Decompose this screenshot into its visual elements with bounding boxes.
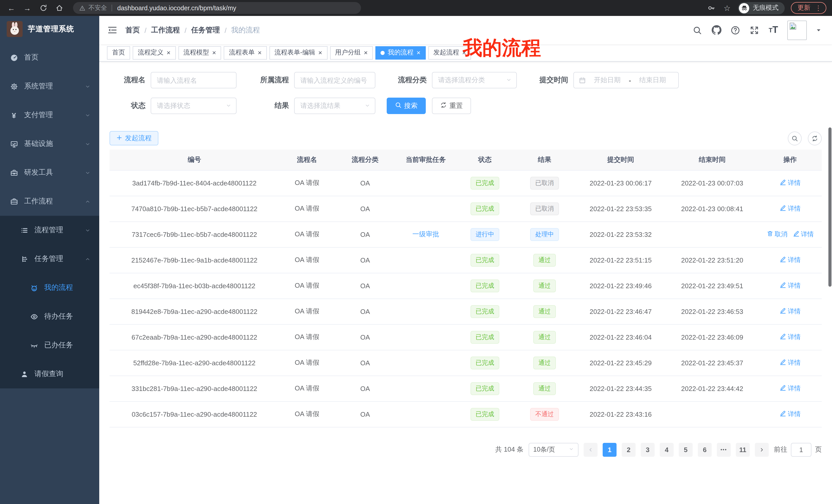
detail-link[interactable]: 详情 — [780, 281, 801, 290]
sidebar-item-task-management[interactable]: 任务管理 — [0, 245, 99, 273]
tab-user-group[interactable]: 用户分组× — [330, 46, 373, 59]
key-icon[interactable] — [706, 3, 716, 12]
browser-menu-icon[interactable]: ⋮ — [815, 4, 822, 12]
prev-page-button[interactable] — [583, 443, 598, 456]
sidebar-item-system-management[interactable]: 系统管理 — [0, 72, 99, 101]
cell-actions: 详情 — [758, 401, 822, 427]
bookmark-star-icon[interactable]: ☆ — [723, 3, 732, 12]
next-page-button[interactable] — [755, 443, 769, 456]
page-button-1[interactable]: 1 — [603, 443, 617, 456]
process-definition-input[interactable] — [294, 72, 375, 88]
breadcrumb-item[interactable]: 工作流程 — [151, 25, 180, 35]
sidebar-item-process-management[interactable]: 流程管理 — [0, 216, 99, 245]
sidebar-item-dev-tools[interactable]: 研发工具 — [0, 158, 99, 187]
tab-process-form[interactable]: 流程表单× — [224, 46, 267, 59]
address-bar[interactable]: 不安全 dashboard.yudao.iocoder.cn/bpm/task/… — [73, 2, 361, 14]
detail-link[interactable]: 详情 — [793, 230, 814, 239]
process-category-label: 流程分类 — [387, 76, 427, 85]
submit-time-range[interactable]: 开始日期 - 结束日期 — [573, 72, 679, 88]
result-select[interactable]: 请选择流结果 — [294, 97, 375, 114]
chevron-down-icon[interactable] — [815, 27, 822, 33]
page-button-3[interactable]: 3 — [641, 443, 655, 456]
help-icon[interactable] — [730, 25, 740, 35]
forward-icon[interactable]: → — [23, 3, 32, 12]
avatar[interactable] — [787, 20, 807, 40]
detail-link[interactable]: 详情 — [780, 410, 801, 418]
breadcrumb-separator: / — [145, 26, 147, 34]
home-icon[interactable] — [54, 3, 64, 12]
close-tab-icon[interactable]: × — [166, 49, 171, 56]
status-badge: 已完成 — [470, 356, 499, 369]
sidebar-item-todo-tasks[interactable]: 待办任务 — [0, 302, 99, 331]
search-icon[interactable] — [692, 25, 702, 35]
sidebar-item-workflow[interactable]: 工作流程 — [0, 187, 99, 216]
sidebar-item-home[interactable]: 首页 — [0, 43, 99, 72]
process-name-label: 流程名 — [109, 76, 146, 85]
breadcrumb-item[interactable]: 任务管理 — [191, 25, 220, 35]
refresh-table-button[interactable] — [808, 131, 822, 145]
logo[interactable]: 芋道管理系统 — [0, 16, 99, 41]
current-task-link[interactable]: 一级审批 — [412, 230, 439, 238]
sidebar-menu: 首页系统管理¥支付管理基础设施研发工具工作流程流程管理任务管理我的流程待办任务已… — [0, 41, 99, 388]
broken-image-icon — [789, 22, 797, 32]
process-name-input[interactable] — [151, 72, 237, 88]
search-button[interactable]: 搜索 — [387, 97, 426, 114]
cancel-link[interactable]: 取消 — [766, 230, 787, 239]
page-button-2[interactable]: 2 — [622, 443, 635, 456]
page-button-6[interactable]: 6 — [698, 443, 712, 456]
end-date-placeholder: 结束日期 — [632, 76, 673, 85]
page-button-4[interactable]: 4 — [660, 443, 674, 456]
page-button-5[interactable]: 5 — [679, 443, 693, 456]
category-select[interactable]: 请选择流程分类 — [432, 72, 517, 88]
reset-button[interactable]: 重置 — [432, 97, 471, 114]
sidebar-item-leave-query[interactable]: 请假查询 — [0, 360, 99, 388]
update-button[interactable]: 更新 ⋮ — [791, 2, 826, 14]
detail-link[interactable]: 详情 — [780, 307, 801, 316]
tab-home[interactable]: 首页 — [107, 46, 130, 59]
sidebar-item-payment-management[interactable]: ¥支付管理 — [0, 101, 99, 130]
result-badge: 已取消 — [530, 202, 559, 215]
github-icon[interactable] — [711, 25, 722, 35]
detail-link[interactable]: 详情 — [780, 178, 801, 187]
incognito-label: 无痕模式 — [753, 4, 779, 12]
back-icon[interactable]: ← — [7, 3, 16, 12]
hamburger-icon[interactable] — [107, 25, 117, 35]
reload-icon[interactable] — [38, 3, 48, 12]
table-row: 819442e8-7b9a-11ec-a290-acde48001122OA 请… — [109, 299, 822, 324]
font-size-icon[interactable]: TT — [768, 25, 779, 35]
detail-link[interactable]: 详情 — [780, 256, 801, 264]
cell-id: 2152467e-7b9b-11ec-9a1b-acde48001122 — [109, 247, 279, 273]
close-tab-icon[interactable]: × — [212, 49, 216, 56]
tab-process-form-edit[interactable]: 流程表单-编辑× — [269, 46, 328, 59]
start-process-button[interactable]: 发起流程 — [109, 131, 158, 145]
status-select[interactable]: 请选择状态 — [151, 97, 237, 114]
close-tab-icon[interactable]: × — [417, 49, 420, 56]
close-tab-icon[interactable]: × — [258, 49, 261, 56]
scrollbar-thumb[interactable] — [828, 128, 831, 287]
tab-process-definition[interactable]: 流程定义× — [133, 46, 176, 59]
close-tab-icon[interactable]: × — [318, 49, 322, 56]
eye-closed-icon — [30, 341, 38, 349]
sidebar-item-label: 研发工具 — [24, 168, 53, 177]
page-size-value: 10条/页 — [533, 445, 555, 454]
pages-ellipsis[interactable]: ••• — [717, 443, 731, 456]
detail-link[interactable]: 详情 — [780, 384, 801, 393]
page-size-select[interactable]: 10条/页 — [529, 443, 578, 456]
fullscreen-icon[interactable] — [749, 25, 759, 35]
sidebar-item-done-tasks[interactable]: 已办任务 — [0, 331, 99, 360]
sidebar-item-my-process[interactable]: 我的流程 — [0, 273, 99, 302]
detail-link[interactable]: 详情 — [780, 358, 801, 367]
show-search-button[interactable] — [788, 131, 802, 145]
detail-link[interactable]: 详情 — [780, 204, 801, 213]
tab-label: 发起流程 — [433, 48, 459, 57]
goto-page-input[interactable] — [791, 443, 811, 456]
breadcrumb-item[interactable]: 首页 — [126, 25, 140, 35]
tab-my-process[interactable]: 我的流程× — [375, 46, 425, 59]
page-button-11[interactable]: 11 — [736, 443, 750, 456]
security-label: 不安全 — [88, 4, 107, 12]
tab-process-model[interactable]: 流程模型× — [178, 46, 221, 59]
detail-link[interactable]: 详情 — [780, 333, 801, 341]
list-icon — [20, 226, 28, 234]
close-tab-icon[interactable]: × — [364, 49, 368, 56]
sidebar-item-infrastructure[interactable]: 基础设施 — [0, 130, 99, 158]
